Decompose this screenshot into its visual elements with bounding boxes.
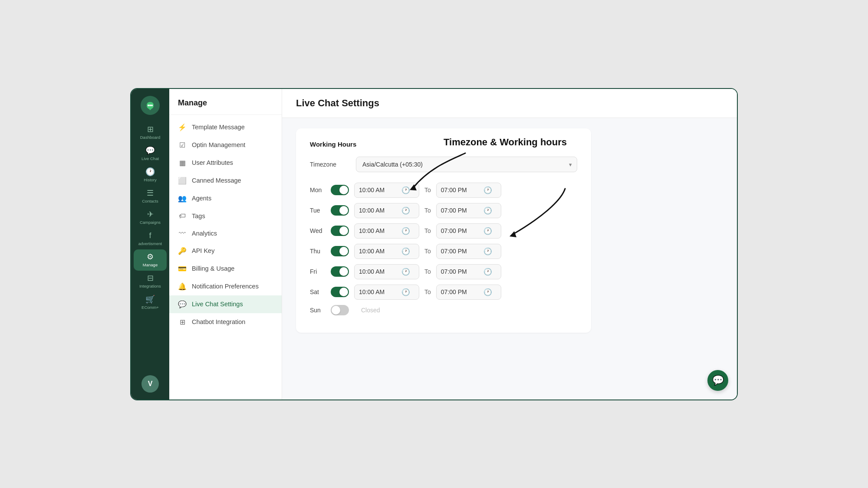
optin-management-nav-icon: ☑ <box>178 141 187 149</box>
left-nav-item-chatbot-integration[interactable]: ⊞ Chatbot Integration <box>169 313 282 331</box>
mon-start-input[interactable] <box>359 187 398 193</box>
sidebar-nav-item-dashboard[interactable]: ⊞ Dashboard <box>134 122 167 143</box>
left-nav-item-agents[interactable]: 👥 Agents <box>169 190 282 207</box>
left-nav-item-api-key[interactable]: 🔑 API Key <box>169 242 282 260</box>
timezone-select[interactable]: Asia/Calcutta (+05:30) <box>356 157 577 172</box>
left-nav-item-notification-preferences[interactable]: 🔔 Notification Preferences <box>169 278 282 295</box>
left-nav-item-canned-message[interactable]: ⬜ Canned Message <box>169 172 282 190</box>
manage-label: Manage <box>143 262 158 267</box>
wed-start-time[interactable]: 🕐 <box>354 223 419 239</box>
left-nav-item-live-chat-settings[interactable]: 💬 Live Chat Settings <box>169 295 282 313</box>
working-hours-card: Working Hours Timezone Asia/Calcutta (+0… <box>296 128 591 333</box>
canned-message-nav-icon: ⬜ <box>178 177 187 185</box>
fri-end-input[interactable] <box>441 268 480 275</box>
contacts-label: Contacts <box>142 199 158 203</box>
user-avatar[interactable]: V <box>141 375 159 393</box>
left-nav-item-billing-usage[interactable]: 💳 Billing & Usage <box>169 260 282 278</box>
advertisement-icon: f <box>149 232 151 239</box>
page-title: Live Chat Settings <box>296 98 723 109</box>
sat-end-time[interactable]: 🕐 <box>436 285 501 300</box>
tue-toggle[interactable] <box>331 205 349 216</box>
chatbot-integration-nav-icon: ⊞ <box>178 318 187 326</box>
campaigns-label: Campaigns <box>140 220 161 225</box>
sat-start-time[interactable]: 🕐 <box>354 285 419 300</box>
sidebar-nav-item-manage[interactable]: ⚙ Manage <box>134 249 167 271</box>
day-row-sat: Sat 🕐 To 🕐 <box>310 285 577 300</box>
sidebar-nav-item-advertisement[interactable]: f advertisment <box>134 228 167 249</box>
left-nav-item-analytics[interactable]: 〰 Analytics <box>169 225 282 242</box>
sidebar-nav-item-contacts[interactable]: ☰ Contacts <box>134 186 167 207</box>
icon-sidebar: ⊞ Dashboard 💬 Live Chat 🕐 History ☰ Cont… <box>131 89 169 400</box>
thu-end-input[interactable] <box>441 248 480 255</box>
tags-nav-label: Tags <box>192 213 205 219</box>
notification-preferences-nav-icon: 🔔 <box>178 282 187 291</box>
agents-nav-icon: 👥 <box>178 194 187 203</box>
campaigns-icon: ✈ <box>147 210 154 218</box>
main-content: Live Chat Settings Working Hours Timezon… <box>282 89 737 400</box>
template-message-nav-label: Template Message <box>192 124 245 131</box>
icon-sidebar-nav: ⊞ Dashboard 💬 Live Chat 🕐 History ☰ Cont… <box>134 122 167 313</box>
fri-start-input[interactable] <box>359 268 398 275</box>
day-rows: Mon 🕐 To 🕐 Tue 🕐 To 🕐 We <box>310 183 577 315</box>
svg-point-0 <box>148 105 149 106</box>
tue-end-input[interactable] <box>441 207 480 214</box>
wed-end-input[interactable] <box>441 227 480 234</box>
sat-start-input[interactable] <box>359 288 398 295</box>
left-nav-item-user-attributes[interactable]: ▦ User Attributes <box>169 154 282 172</box>
sat-end-input[interactable] <box>441 288 480 295</box>
integrations-label: Integrations <box>139 284 161 288</box>
sidebar-nav-item-history[interactable]: 🕐 History <box>134 164 167 186</box>
mon-to-label: To <box>424 187 431 193</box>
fri-end-time[interactable]: 🕐 <box>436 264 501 279</box>
tue-end-time[interactable]: 🕐 <box>436 203 501 218</box>
live-chat-label: Live Chat <box>141 156 159 161</box>
tue-start-time[interactable]: 🕐 <box>354 203 419 218</box>
tue-start-input[interactable] <box>359 207 398 214</box>
app-logo[interactable] <box>141 96 160 115</box>
mon-start-time[interactable]: 🕐 <box>354 183 419 198</box>
mon-end-input[interactable] <box>441 187 480 193</box>
billing-usage-nav-label: Billing & Usage <box>192 265 234 272</box>
fri-day-label: Fri <box>310 268 326 275</box>
left-nav-item-tags[interactable]: 🏷 Tags <box>169 207 282 225</box>
mon-end-time[interactable]: 🕐 <box>436 183 501 198</box>
tue-day-label: Tue <box>310 207 326 214</box>
wed-start-input[interactable] <box>359 227 398 234</box>
sidebar-nav-item-campaigns[interactable]: ✈ Campaigns <box>134 207 167 228</box>
sat-to-label: To <box>424 288 431 295</box>
thu-start-input[interactable] <box>359 248 398 255</box>
left-nav-item-optin-management[interactable]: ☑ Optin Management <box>169 136 282 154</box>
sidebar-nav-item-live-chat[interactable]: 💬 Live Chat <box>134 143 167 164</box>
mon-toggle[interactable] <box>331 185 349 195</box>
wed-toggle[interactable] <box>331 226 349 236</box>
thu-toggle[interactable] <box>331 246 349 256</box>
chat-support-button[interactable]: 💬 <box>707 370 728 391</box>
sidebar-nav-item-integrations[interactable]: ⊟ Integrations <box>134 271 167 292</box>
sidebar-bottom: V <box>141 375 159 393</box>
sidebar-nav-item-ecomm[interactable]: 🛒 EComm+ <box>134 292 167 313</box>
day-row-thu: Thu 🕐 To 🕐 <box>310 244 577 259</box>
thu-end-time[interactable]: 🕐 <box>436 244 501 259</box>
tue-to-label: To <box>424 207 431 214</box>
dashboard-label: Dashboard <box>140 135 160 140</box>
section-title: Working Hours <box>310 141 577 148</box>
left-nav-item-template-message[interactable]: ⚡ Template Message <box>169 118 282 136</box>
sun-toggle[interactable] <box>331 305 349 315</box>
left-nav-items: ⚡ Template Message ☑ Optin Management ▦ … <box>169 115 282 400</box>
wed-start-clock-icon: 🕐 <box>401 227 410 235</box>
wed-end-time[interactable]: 🕐 <box>436 223 501 239</box>
timezone-label: Timezone <box>310 161 349 168</box>
timezone-select-wrap: Asia/Calcutta (+05:30) ▾ <box>356 157 577 172</box>
fri-end-clock-icon: 🕐 <box>483 268 492 276</box>
day-row-wed: Wed 🕐 To 🕐 <box>310 223 577 239</box>
fri-start-time[interactable]: 🕐 <box>354 264 419 279</box>
user-attributes-nav-icon: ▦ <box>178 159 187 167</box>
mon-end-clock-icon: 🕐 <box>483 186 492 194</box>
thu-start-clock-icon: 🕐 <box>401 247 410 255</box>
tags-nav-icon: 🏷 <box>178 212 187 220</box>
sat-toggle[interactable] <box>331 287 349 297</box>
api-key-nav-icon: 🔑 <box>178 247 187 255</box>
thu-start-time[interactable]: 🕐 <box>354 244 419 259</box>
fri-toggle[interactable] <box>331 266 349 277</box>
template-message-nav-icon: ⚡ <box>178 123 187 131</box>
